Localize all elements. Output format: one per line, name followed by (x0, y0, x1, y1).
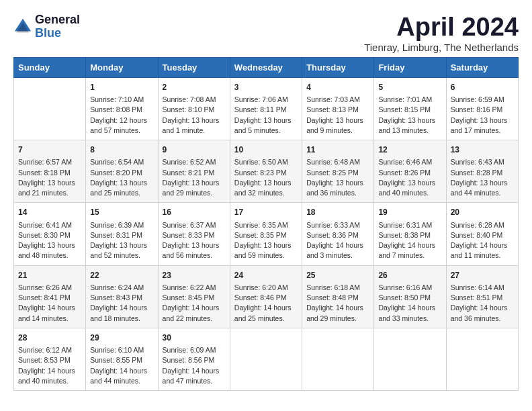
weekday-header-friday: Friday (374, 57, 446, 77)
day-number: 17 (234, 207, 298, 218)
day-number: 1 (90, 82, 153, 93)
calendar-cell: 4Sunrise: 7:03 AM Sunset: 8:13 PM Daylig… (302, 77, 374, 140)
weekday-header-sunday: Sunday (14, 57, 86, 77)
weekday-header-wednesday: Wednesday (230, 57, 302, 77)
weekday-header-tuesday: Tuesday (158, 57, 230, 77)
calendar-cell: 10Sunrise: 6:50 AM Sunset: 8:23 PM Dayli… (230, 140, 302, 203)
day-number: 3 (234, 82, 298, 93)
day-info: Sunrise: 6:39 AM Sunset: 8:31 PM Dayligh… (90, 220, 153, 261)
logo-general: General (35, 13, 80, 27)
calendar-week-2: 7Sunrise: 6:57 AM Sunset: 8:18 PM Daylig… (14, 140, 519, 203)
day-info: Sunrise: 6:52 AM Sunset: 8:21 PM Dayligh… (163, 157, 226, 198)
day-number: 19 (378, 207, 441, 218)
day-info: Sunrise: 6:59 AM Sunset: 8:16 PM Dayligh… (451, 95, 514, 136)
calendar-cell: 7Sunrise: 6:57 AM Sunset: 8:18 PM Daylig… (14, 140, 86, 203)
day-number: 12 (378, 144, 441, 156)
day-info: Sunrise: 6:18 AM Sunset: 8:48 PM Dayligh… (306, 283, 369, 324)
calendar-week-1: 1Sunrise: 7:10 AM Sunset: 8:08 PM Daylig… (14, 77, 519, 140)
day-number: 23 (163, 270, 226, 281)
day-number: 20 (451, 207, 514, 218)
day-number: 15 (90, 207, 153, 218)
day-info: Sunrise: 7:01 AM Sunset: 8:15 PM Dayligh… (378, 95, 441, 136)
day-number: 5 (378, 82, 441, 93)
calendar-table: SundayMondayTuesdayWednesdayThursdayFrid… (13, 57, 519, 391)
day-number: 9 (163, 144, 226, 156)
day-info: Sunrise: 6:43 AM Sunset: 8:28 PM Dayligh… (451, 157, 514, 198)
calendar-cell: 18Sunrise: 6:33 AM Sunset: 8:36 PM Dayli… (302, 203, 374, 265)
calendar-week-3: 14Sunrise: 6:41 AM Sunset: 8:30 PM Dayli… (14, 203, 519, 265)
day-number: 4 (306, 82, 369, 93)
day-info: Sunrise: 6:24 AM Sunset: 8:43 PM Dayligh… (90, 283, 153, 324)
day-number: 24 (234, 270, 298, 281)
calendar-cell: 19Sunrise: 6:31 AM Sunset: 8:38 PM Dayli… (374, 203, 446, 265)
day-number: 30 (163, 332, 226, 344)
calendar-cell: 2Sunrise: 7:08 AM Sunset: 8:10 PM Daylig… (158, 77, 230, 140)
day-info: Sunrise: 6:54 AM Sunset: 8:20 PM Dayligh… (90, 157, 153, 198)
calendar-cell: 13Sunrise: 6:43 AM Sunset: 8:28 PM Dayli… (446, 140, 518, 203)
day-info: Sunrise: 6:37 AM Sunset: 8:33 PM Dayligh… (163, 220, 226, 261)
day-number: 13 (451, 144, 514, 156)
day-number: 14 (18, 207, 81, 218)
calendar-cell: 17Sunrise: 6:35 AM Sunset: 8:35 PM Dayli… (230, 203, 302, 265)
logo: General Blue (13, 13, 80, 40)
day-number: 25 (306, 270, 369, 281)
calendar-cell (302, 328, 374, 390)
day-info: Sunrise: 6:14 AM Sunset: 8:51 PM Dayligh… (451, 283, 514, 324)
day-info: Sunrise: 6:41 AM Sunset: 8:30 PM Dayligh… (18, 220, 81, 261)
day-info: Sunrise: 6:33 AM Sunset: 8:36 PM Dayligh… (306, 220, 369, 261)
calendar-cell: 9Sunrise: 6:52 AM Sunset: 8:21 PM Daylig… (158, 140, 230, 203)
calendar-cell: 20Sunrise: 6:28 AM Sunset: 8:40 PM Dayli… (446, 203, 518, 265)
calendar-week-5: 28Sunrise: 6:12 AM Sunset: 8:53 PM Dayli… (14, 328, 519, 390)
day-number: 2 (163, 82, 226, 93)
day-number: 10 (234, 144, 298, 156)
calendar-cell: 8Sunrise: 6:54 AM Sunset: 8:20 PM Daylig… (86, 140, 158, 203)
day-info: Sunrise: 6:12 AM Sunset: 8:53 PM Dayligh… (18, 345, 81, 386)
title-section: April 2024 Tienray, Limburg, The Netherl… (364, 13, 519, 53)
calendar-cell: 28Sunrise: 6:12 AM Sunset: 8:53 PM Dayli… (14, 328, 86, 390)
day-info: Sunrise: 6:35 AM Sunset: 8:35 PM Dayligh… (234, 220, 298, 261)
calendar-cell: 12Sunrise: 6:46 AM Sunset: 8:26 PM Dayli… (374, 140, 446, 203)
calendar-cell: 30Sunrise: 6:09 AM Sunset: 8:56 PM Dayli… (158, 328, 230, 390)
calendar-cell (14, 77, 86, 140)
calendar-cell (446, 328, 518, 390)
day-info: Sunrise: 6:22 AM Sunset: 8:45 PM Dayligh… (163, 283, 226, 324)
day-info: Sunrise: 6:26 AM Sunset: 8:41 PM Dayligh… (18, 283, 81, 324)
day-info: Sunrise: 7:10 AM Sunset: 8:08 PM Dayligh… (90, 95, 153, 136)
day-info: Sunrise: 6:57 AM Sunset: 8:18 PM Dayligh… (18, 157, 81, 198)
day-number: 16 (163, 207, 226, 218)
day-info: Sunrise: 7:06 AM Sunset: 8:11 PM Dayligh… (234, 95, 298, 136)
calendar-cell: 29Sunrise: 6:10 AM Sunset: 8:55 PM Dayli… (86, 328, 158, 390)
calendar-cell: 11Sunrise: 6:48 AM Sunset: 8:25 PM Dayli… (302, 140, 374, 203)
day-info: Sunrise: 6:10 AM Sunset: 8:55 PM Dayligh… (90, 345, 153, 386)
day-info: Sunrise: 7:08 AM Sunset: 8:10 PM Dayligh… (163, 95, 226, 136)
calendar-cell: 1Sunrise: 7:10 AM Sunset: 8:08 PM Daylig… (86, 77, 158, 140)
logo-icon (13, 17, 32, 36)
calendar-cell: 23Sunrise: 6:22 AM Sunset: 8:45 PM Dayli… (158, 265, 230, 328)
day-info: Sunrise: 7:03 AM Sunset: 8:13 PM Dayligh… (306, 95, 369, 136)
page-subtitle: Tienray, Limburg, The Netherlands (364, 42, 519, 53)
calendar-body: 1Sunrise: 7:10 AM Sunset: 8:08 PM Daylig… (14, 77, 519, 390)
page-header: General Blue April 2024 Tienray, Limburg… (13, 13, 519, 53)
day-number: 26 (378, 270, 441, 281)
calendar-week-4: 21Sunrise: 6:26 AM Sunset: 8:41 PM Dayli… (14, 265, 519, 328)
logo-text: General Blue (35, 13, 80, 40)
calendar-header: SundayMondayTuesdayWednesdayThursdayFrid… (14, 57, 519, 77)
weekday-header-thursday: Thursday (302, 57, 374, 77)
day-info: Sunrise: 6:50 AM Sunset: 8:23 PM Dayligh… (234, 157, 298, 198)
day-info: Sunrise: 6:20 AM Sunset: 8:46 PM Dayligh… (234, 283, 298, 324)
day-number: 27 (451, 270, 514, 281)
day-number: 28 (18, 332, 81, 344)
day-info: Sunrise: 6:16 AM Sunset: 8:50 PM Dayligh… (378, 283, 441, 324)
day-number: 29 (90, 332, 153, 344)
weekday-header-row: SundayMondayTuesdayWednesdayThursdayFrid… (14, 57, 519, 77)
calendar-cell: 21Sunrise: 6:26 AM Sunset: 8:41 PM Dayli… (14, 265, 86, 328)
calendar-cell: 16Sunrise: 6:37 AM Sunset: 8:33 PM Dayli… (158, 203, 230, 265)
page-title: April 2024 (364, 13, 519, 42)
calendar-cell: 14Sunrise: 6:41 AM Sunset: 8:30 PM Dayli… (14, 203, 86, 265)
day-number: 21 (18, 270, 81, 281)
calendar-cell: 5Sunrise: 7:01 AM Sunset: 8:15 PM Daylig… (374, 77, 446, 140)
weekday-header-saturday: Saturday (446, 57, 518, 77)
day-info: Sunrise: 6:09 AM Sunset: 8:56 PM Dayligh… (163, 345, 226, 386)
day-number: 11 (306, 144, 369, 156)
calendar-cell: 27Sunrise: 6:14 AM Sunset: 8:51 PM Dayli… (446, 265, 518, 328)
